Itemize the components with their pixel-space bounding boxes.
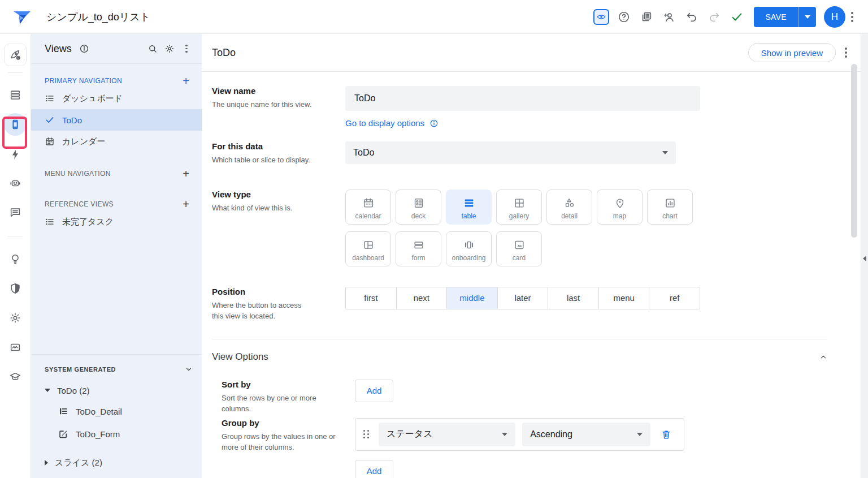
position-menu[interactable]: menu xyxy=(599,287,650,309)
undo-button[interactable] xyxy=(680,6,703,28)
group-by-label: Group by xyxy=(222,418,335,428)
learning-nav-button[interactable] xyxy=(4,365,27,388)
chevron-down-icon xyxy=(185,365,193,373)
chevron-down-icon xyxy=(637,433,643,436)
security-nav-button[interactable] xyxy=(4,277,27,300)
avatar[interactable]: H xyxy=(824,6,845,28)
view-type-detail[interactable]: detail xyxy=(546,190,592,225)
chevron-up-icon xyxy=(819,353,827,361)
view-title: ToDo xyxy=(212,47,748,59)
monitor-icon xyxy=(9,341,21,354)
automation-nav-button[interactable] xyxy=(4,143,27,166)
drag-handle-icon[interactable] xyxy=(361,428,372,441)
views-sidebar: Views PRIMARY NAVIGATION + ダッシュボード ToDo xyxy=(31,34,202,478)
group-order-select[interactable]: Ascending xyxy=(522,423,650,446)
intelligence-nav-button[interactable] xyxy=(4,248,27,270)
views-settings-button[interactable] xyxy=(161,40,178,57)
saved-status xyxy=(726,6,748,28)
view-type-gallery[interactable]: gallery xyxy=(496,190,542,225)
save-dropdown-button[interactable] xyxy=(798,7,816,27)
position-middle[interactable]: middle xyxy=(447,287,498,309)
sidebar-item-todo-view[interactable]: ToDo xyxy=(31,109,202,131)
panel-collapse-strip[interactable] xyxy=(861,34,868,478)
sidebar-item-incomplete-tasks-view[interactable]: 未完了タスク xyxy=(31,211,202,232)
views-more-button[interactable] xyxy=(178,40,195,57)
view-type-calendar[interactable]: calendar xyxy=(345,190,391,225)
view-options-header[interactable]: View Options xyxy=(212,351,827,363)
help-button[interactable] xyxy=(613,6,635,28)
position-ref[interactable]: ref xyxy=(649,287,700,309)
system-group-todo[interactable]: ToDo (2) xyxy=(31,381,202,400)
list-view-icon xyxy=(45,93,55,104)
sidebar-item-todo-form-view[interactable]: ToDo_Form xyxy=(31,423,202,445)
topbar: シンプル_to_doリスト SAVE H xyxy=(0,0,868,34)
position-next[interactable]: next xyxy=(397,287,448,309)
settings-nav-button[interactable] xyxy=(4,307,27,329)
automation-bolt-icon xyxy=(9,148,21,161)
show-in-preview-button[interactable]: Show in preview xyxy=(748,43,836,62)
redo-icon xyxy=(708,11,721,23)
position-last[interactable]: last xyxy=(548,287,599,309)
add-user-icon xyxy=(663,11,675,23)
data-source-select[interactable]: ToDo xyxy=(345,141,676,164)
view-name-input[interactable] xyxy=(345,86,700,111)
system-group-slices[interactable]: スライス (2) xyxy=(31,453,202,472)
add-primary-view-button[interactable]: + xyxy=(179,75,193,87)
gallery-view-icon xyxy=(513,197,526,209)
collapsed-triangle-icon xyxy=(45,460,48,466)
view-type-map[interactable]: map xyxy=(597,190,643,225)
view-type-deck[interactable]: deck xyxy=(396,190,441,225)
position-later[interactable]: later xyxy=(498,287,549,309)
menu-navigation-header: MENU NAVIGATION + xyxy=(31,167,202,180)
view-type-onboarding[interactable]: onboarding xyxy=(446,231,492,266)
group-column-select[interactable]: ステータス xyxy=(379,423,515,446)
sort-add-button[interactable]: Add xyxy=(355,380,393,402)
redo-button[interactable] xyxy=(703,6,726,28)
for-this-data-label: For this data xyxy=(212,141,328,151)
sidebar-item-calendar-view[interactable]: カレンダー xyxy=(31,131,202,152)
save-button[interactable]: SAVE xyxy=(754,7,798,27)
view-type-table[interactable]: table xyxy=(446,190,492,225)
delete-group-rule-button[interactable] xyxy=(657,425,676,444)
collapse-left-arrow-icon xyxy=(863,256,866,261)
sidebar-item-dashboard-view[interactable]: ダッシュボード xyxy=(31,88,202,109)
form-view-icon xyxy=(58,429,68,439)
chatbot-nav-button[interactable] xyxy=(4,172,27,195)
system-group-label: スライス (2) xyxy=(55,458,102,468)
intelligence-bulb-icon xyxy=(9,253,21,265)
view-editor-header: ToDo Show in preview xyxy=(202,34,861,72)
view-type-card[interactable]: card xyxy=(496,231,542,266)
view-type-chart[interactable]: chart xyxy=(647,190,693,225)
menu-navigation-label: MENU NAVIGATION xyxy=(45,170,179,178)
app-gallery-button[interactable] xyxy=(635,6,658,28)
group-add-button[interactable]: Add xyxy=(355,460,393,478)
sidebar-title: Views xyxy=(45,43,72,55)
topbar-more-button[interactable] xyxy=(845,7,859,27)
check-icon xyxy=(45,115,55,125)
view-more-button[interactable] xyxy=(839,43,853,62)
system-generated-header[interactable]: SYSTEM GENERATED xyxy=(31,358,202,381)
views-search-button[interactable] xyxy=(144,40,161,57)
save-split-button[interactable]: SAVE xyxy=(754,7,816,27)
vertical-scrollbar[interactable] xyxy=(851,64,857,238)
sidebar-header: Views xyxy=(31,34,202,64)
views-nav-button[interactable] xyxy=(4,113,27,136)
go-to-display-options-link[interactable]: Go to display options xyxy=(345,118,861,128)
add-user-button[interactable] xyxy=(658,6,680,28)
view-type-dashboard[interactable]: dashboard xyxy=(345,231,391,266)
data-nav-button[interactable] xyxy=(4,84,27,106)
deploy-rocket-button[interactable] xyxy=(4,44,27,66)
add-reference-view-button[interactable]: + xyxy=(179,199,193,210)
view-type-form[interactable]: form xyxy=(396,231,441,266)
preview-button[interactable] xyxy=(590,6,613,28)
view-type-help: What kind of view this is. xyxy=(212,203,328,214)
chat-nav-button[interactable] xyxy=(4,201,27,223)
views-info-button[interactable] xyxy=(76,40,93,57)
expanded-triangle-icon xyxy=(45,389,50,392)
sidebar-item-todo-detail-view[interactable]: ToDo_Detail xyxy=(31,400,202,423)
monitor-nav-button[interactable] xyxy=(4,336,27,359)
view-options-title: View Options xyxy=(212,351,819,363)
position-first[interactable]: first xyxy=(346,287,397,309)
view-editor-panel: ToDo Show in preview View name The uniqu… xyxy=(202,34,861,478)
add-menu-view-button[interactable]: + xyxy=(179,168,193,179)
